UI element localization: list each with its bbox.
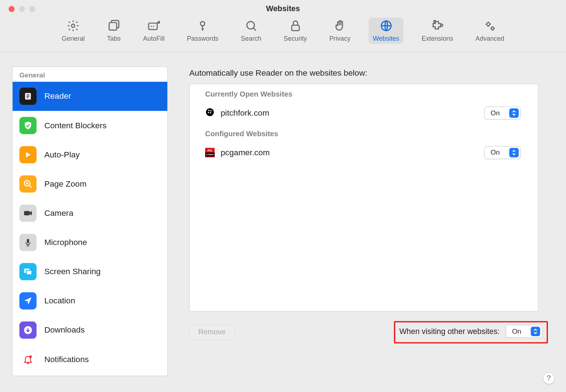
- bell-icon: [19, 351, 37, 368]
- zoom-window-button[interactable]: [29, 6, 35, 12]
- other-websites-label: When visiting other websites:: [399, 327, 500, 336]
- sidebar-item-microphone[interactable]: Microphone: [13, 228, 167, 257]
- lock-icon: [289, 19, 302, 32]
- svg-point-10: [491, 27, 494, 30]
- remove-button[interactable]: Remove: [189, 325, 235, 340]
- sidebar-item-location[interactable]: Location: [13, 286, 167, 316]
- tab-label: Security: [284, 35, 307, 42]
- websites-sidebar: General Reader Content Blockers: [12, 67, 168, 376]
- close-window-button[interactable]: [9, 6, 15, 12]
- sidebar-section-header: General: [13, 67, 167, 82]
- chevron-up-down-icon: [509, 108, 519, 118]
- site-reader-select[interactable]: On: [484, 107, 521, 120]
- minimize-window-button[interactable]: [19, 6, 25, 12]
- window-traffic-lights: [9, 6, 35, 12]
- site-row[interactable]: PCGAMER pcgamer.com On: [190, 142, 538, 164]
- sidebar-item-content-blockers[interactable]: Content Blockers: [13, 111, 167, 140]
- sidebar-item-screen-sharing[interactable]: Screen Sharing: [13, 257, 167, 286]
- svg-point-4: [247, 22, 255, 29]
- tab-label: Websites: [373, 35, 399, 42]
- svg-point-8: [441, 24, 443, 26]
- select-value: On: [485, 109, 509, 117]
- sidebar-item-reader[interactable]: Reader: [13, 82, 167, 111]
- select-value: On: [485, 149, 509, 156]
- site-domain: pcgamer.com: [221, 148, 270, 157]
- main-heading: Automatically use Reader on the websites…: [176, 67, 554, 84]
- tab-general[interactable]: General: [57, 18, 89, 44]
- help-button[interactable]: ?: [543, 372, 555, 384]
- site-row[interactable]: pitchfork.com On: [190, 102, 538, 124]
- tab-tabs[interactable]: Tabs: [103, 18, 125, 44]
- tab-security[interactable]: Security: [279, 18, 311, 44]
- play-icon: [19, 146, 37, 164]
- tab-label: Extensions: [422, 35, 454, 42]
- sidebar-item-page-zoom[interactable]: Page Zoom: [13, 169, 167, 199]
- zoom-icon: [19, 175, 37, 193]
- main-panel: Automatically use Reader on the websites…: [176, 67, 554, 376]
- tab-passwords[interactable]: Passwords: [183, 18, 223, 44]
- sidebar-item-downloads[interactable]: Downloads: [13, 316, 167, 345]
- sidebar-item-label: Screen Sharing: [44, 267, 101, 276]
- tab-label: Passwords: [187, 35, 219, 42]
- tabs-icon: [107, 19, 120, 32]
- globe-icon: [380, 19, 393, 32]
- sidebar-item-label: Camera: [44, 209, 74, 218]
- tab-advanced[interactable]: Advanced: [471, 18, 508, 44]
- select-value: On: [506, 328, 531, 335]
- svg-point-0: [72, 24, 75, 27]
- group-header-open: Currently Open Websites: [190, 84, 538, 102]
- location-icon: [19, 292, 37, 309]
- sidebar-item-camera[interactable]: Camera: [13, 199, 167, 228]
- other-websites-select[interactable]: On: [506, 325, 543, 338]
- key-icon: [196, 19, 209, 32]
- hand-icon: [333, 19, 346, 32]
- svg-point-22: [206, 108, 214, 116]
- camera-icon: [19, 205, 37, 222]
- svg-point-9: [487, 23, 490, 26]
- tab-privacy[interactable]: Privacy: [325, 18, 355, 44]
- tab-label: AutoFill: [143, 35, 165, 42]
- site-domain: pitchfork.com: [221, 108, 269, 118]
- svg-rect-5: [292, 25, 299, 31]
- gear-icon: [67, 19, 80, 32]
- chevron-up-down-icon: [509, 148, 519, 157]
- tab-search[interactable]: Search: [236, 18, 266, 44]
- tab-websites[interactable]: Websites: [368, 18, 403, 44]
- site-reader-select[interactable]: On: [484, 146, 521, 159]
- sidebar-item-label: Downloads: [44, 325, 85, 335]
- tab-label: Tabs: [107, 35, 121, 42]
- sidebar-item-auto-play[interactable]: Auto-Play: [13, 140, 167, 169]
- sidebar-item-label: Reader: [44, 92, 71, 101]
- puzzle-icon: [431, 19, 444, 32]
- download-icon: [19, 321, 37, 339]
- search-icon: [245, 19, 258, 32]
- preferences-window: Websites General Tabs AutoFill Passwords: [0, 0, 566, 392]
- svg-point-3: [200, 22, 205, 26]
- svg-rect-17: [27, 239, 29, 243]
- websites-list: Currently Open Websites pitchfork.com On: [189, 84, 539, 312]
- site-favicon-icon: [205, 107, 215, 119]
- svg-rect-16: [24, 211, 30, 215]
- sidebar-item-notifications[interactable]: Notifications: [13, 345, 167, 374]
- svg-rect-2: [149, 23, 157, 30]
- reader-icon: [19, 88, 37, 105]
- list-bottom-bar: Remove When visiting other websites: On: [189, 321, 548, 343]
- window-title: Websites: [0, 0, 566, 13]
- tab-extensions[interactable]: Extensions: [417, 18, 457, 44]
- autofill-icon: [147, 19, 160, 32]
- tab-label: Advanced: [476, 35, 504, 42]
- sidebar-item-label: Microphone: [44, 238, 87, 247]
- tab-label: Search: [241, 35, 261, 42]
- sidebar-item-label: Notifications: [44, 355, 89, 364]
- site-favicon-icon: PCGAMER: [205, 148, 215, 157]
- shield-icon: [19, 117, 37, 134]
- microphone-icon: [19, 234, 37, 251]
- svg-rect-19: [26, 270, 32, 275]
- tab-autofill[interactable]: AutoFill: [139, 18, 169, 44]
- tab-label: Privacy: [330, 35, 351, 42]
- chevron-up-down-icon: [531, 327, 540, 336]
- svg-rect-1: [109, 23, 116, 30]
- group-header-configured: Configured Websites: [190, 124, 538, 142]
- sidebar-list: Reader Content Blockers Auto-Play: [13, 82, 167, 374]
- svg-point-21: [29, 356, 32, 358]
